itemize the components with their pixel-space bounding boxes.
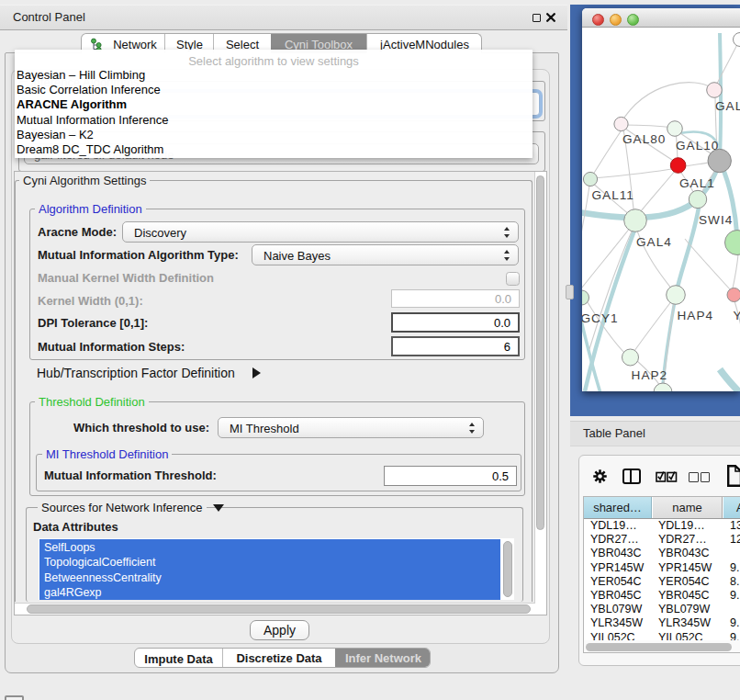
svg-text:GAL1: GAL1 bbox=[679, 176, 715, 190]
svg-text:YJR: YJR bbox=[733, 309, 740, 322]
svg-text:GAL4: GAL4 bbox=[636, 235, 672, 249]
svg-text:GAL11: GAL11 bbox=[592, 188, 634, 202]
svg-text:GCY1: GCY1 bbox=[582, 311, 619, 325]
svg-text:GAL2: GAL2 bbox=[715, 99, 740, 113]
svg-text:GAL80: GAL80 bbox=[622, 132, 666, 146]
svg-text:GAL10: GAL10 bbox=[676, 139, 719, 152]
svg-text:HAP2: HAP2 bbox=[632, 368, 668, 382]
svg-text:SWI4: SWI4 bbox=[699, 213, 733, 227]
svg-text:HAP4: HAP4 bbox=[678, 309, 714, 322]
